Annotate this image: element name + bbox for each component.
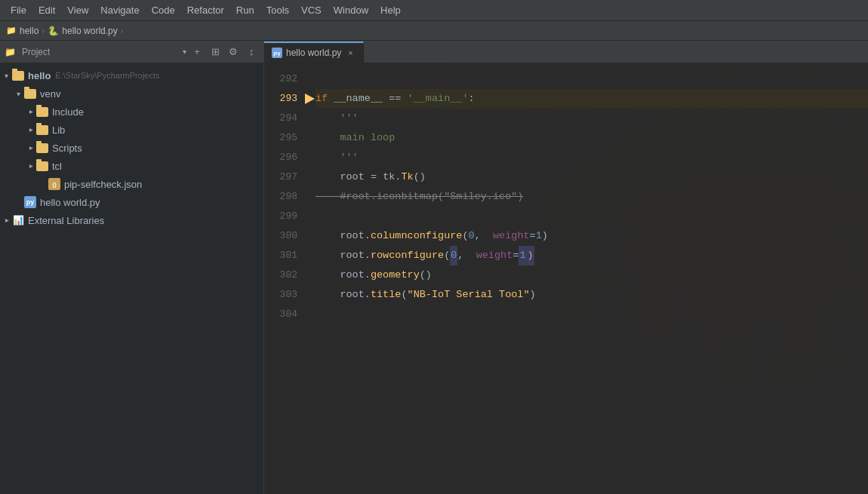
menu-navigate[interactable]: Navigate [94,0,145,20]
code-func-title: title [371,285,402,305]
gutter-302: 302 [264,265,297,285]
main-layout: 📁 Project ▾ + ⊞ ⚙ ↕ ▾ hello E:\StarSky\P… [0,41,868,494]
menu-help[interactable]: Help [374,0,407,20]
gutter-304: 304 [264,305,297,324]
code-line-293: if __name__ == '__main__': [315,89,868,109]
menu-tools[interactable]: Tools [260,0,295,20]
breadcrumb-file[interactable]: hello world.py [62,26,117,36]
code-var-root-301: root. [315,246,371,265]
tree-label-venv: venv [40,88,60,100]
menu-edit[interactable]: Edit [32,0,61,20]
tree-label-hello: hello [28,70,51,81]
gutter-301: 301 [264,246,297,265]
menu-bar: File Edit View Navigate Code Refactor Ru… [0,0,868,21]
code-func-rowcfg: rowconfigure [371,246,444,265]
tree-folder-icon-venv [24,89,36,99]
tree-root-hello[interactable]: ▾ hello E:\StarSky\PycharmProjects [0,66,263,84]
code-num-0-301: 0 [450,246,457,265]
code-comma-300: , [475,226,493,246]
breadcrumb-sep-1: › [42,26,45,36]
project-icon: 📁 [5,47,16,57]
code-editor[interactable]: if __name__ == '__main__': ''' main loop… [303,63,868,494]
code-var-root: root [315,167,371,187]
tab-py-icon: py [272,48,282,58]
editor-tabs: py hello world.py × [264,41,868,63]
tree-pip-selfcheck[interactable]: {} pip-selfcheck.json [0,175,263,193]
sidebar: 📁 Project ▾ + ⊞ ⚙ ↕ ▾ hello E:\StarSky\P… [0,41,264,494]
code-var-root-302: root. [315,265,371,285]
sidebar-sort-btn[interactable]: ↕ [244,44,259,60]
code-paren-301-open: ( [444,246,450,265]
tree-label-external-libraries: External Libraries [28,215,104,226]
gutter-292: 292 [264,69,297,89]
sidebar-toolbar: 📁 Project ▾ + ⊞ ⚙ ↕ [0,41,263,63]
gutter-295: 295 [264,128,297,148]
code-paren-303-close: ) [530,285,536,305]
code-str-294: ''' [315,109,359,128]
tab-label: hello world.py [286,48,341,58]
menu-run[interactable]: Run [230,0,260,20]
tree-folder-icon-include [36,107,48,117]
tree-folder-icon-tcl [36,161,48,171]
code-op-eq: == [383,89,407,109]
code-container[interactable]: 292 293 294 295 296 297 298 299 300 301 … [264,63,868,494]
breakpoint-arrow [305,94,315,104]
gutter-296: 296 [264,148,297,167]
tree-arrow-hello: ▾ [0,69,12,81]
code-paren-297: () [414,167,426,187]
code-line-297: root = tk.Tk() [315,167,868,187]
tree-arrow-ext-lib: ▾ [0,214,12,226]
sidebar-project-label: Project [22,47,180,57]
code-var-root-303: root. [315,285,371,305]
code-line-300: root.columnconfigure(0, weight=1) [315,226,868,246]
menu-refactor[interactable]: Refactor [181,0,230,20]
tree-include[interactable]: ▾ Include [0,103,263,121]
tree-arrow-lib: ▾ [24,124,36,136]
code-line-301: root.rowconfigure(0, weight=1) [315,246,868,265]
code-num-0-300: 0 [469,226,475,246]
code-paren-300-close: ) [542,226,548,246]
tree-arrow-scripts: ▾ [24,142,36,154]
code-comma-301: , [457,246,476,265]
tree-external-libraries[interactable]: ▾ 📊 External Libraries [0,211,263,229]
code-func-geometry: geometry [371,265,420,285]
tree-path-hello: E:\StarSky\PycharmProjects [55,71,159,80]
sidebar-dropdown-arrow[interactable]: ▾ [183,48,186,56]
code-line-304 [315,305,868,324]
tree-folder-icon-scripts [36,143,48,153]
tab-hello-world-py[interactable]: py hello world.py × [264,41,364,63]
gutter-293: 293 [264,89,297,109]
tree-tcl[interactable]: ▾ tcl [0,157,263,175]
code-line-295: main loop [315,128,868,148]
sidebar-add-btn[interactable]: + [189,44,205,60]
menu-view[interactable]: View [61,0,94,20]
tree-scripts[interactable]: ▾ Scripts [0,139,263,157]
code-num-1-300: 1 [536,226,542,246]
code-comment-298: #root.iconbitmap("Smiley.ico") [315,187,523,207]
menu-window[interactable]: Window [328,0,374,20]
code-tk-ref: tk. [383,167,401,187]
tree-lib[interactable]: ▾ Lib [0,121,263,139]
code-line-302: root.geometry() [315,265,868,285]
menu-file[interactable]: File [5,0,32,20]
code-num-1-301: 1 [519,246,526,265]
code-keyword-if: if [315,89,334,109]
sidebar-layout-btn[interactable]: ⊞ [208,44,223,60]
gutter-298: 298 [264,187,297,207]
breadcrumb-sep-2: › [121,26,124,36]
line-numbers: 292 293 294 295 296 297 298 299 300 301 … [264,63,303,494]
code-dunder-name: __name__ [334,89,383,109]
code-line-292 [315,69,868,89]
menu-vcs[interactable]: VCS [295,0,328,20]
sidebar-settings-btn[interactable]: ⚙ [226,44,241,60]
tree-venv[interactable]: ▾ venv [0,84,263,103]
breadcrumb-project[interactable]: hello [20,26,38,36]
tree-hello-world-py[interactable]: py hello world.py [0,193,263,211]
tab-close-btn[interactable]: × [345,48,356,58]
code-paren-302: () [420,265,432,285]
file-tree: ▾ hello E:\StarSky\PycharmProjects ▾ ven… [0,63,263,494]
code-line-303: root.title("NB-IoT Serial Tool") [315,285,868,305]
menu-code[interactable]: Code [146,0,181,20]
tree-arrow-include: ▾ [24,106,36,118]
code-param-weight-301: weight [476,246,513,265]
